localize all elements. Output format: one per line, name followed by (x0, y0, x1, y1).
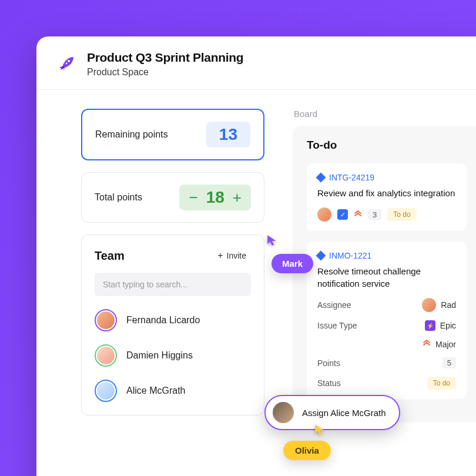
ticket-id: INTG-24219 (329, 173, 374, 182)
status-badge: To do (387, 208, 416, 221)
board-column: To-do INTG-24219 Review and fix analytic… (293, 126, 476, 423)
cursor-icon (314, 423, 327, 436)
member-name: Damien Higgins (126, 350, 193, 361)
collaborator-cursor-olivia: Olivia (283, 441, 331, 460)
issue-type-icon (316, 251, 326, 261)
team-member[interactable]: Alice McGrath (95, 380, 251, 402)
ticket-details: Assignee Rad Issue Type ⚡ Epic (317, 298, 456, 390)
team-search-input[interactable] (95, 273, 251, 296)
remaining-points-card[interactable]: Remaining points 13 (81, 109, 264, 160)
priority-icon (423, 339, 431, 349)
team-list: Fernanda Licardo Damien Higgins Alice Mc… (95, 309, 251, 402)
avatar (95, 309, 117, 331)
detail-value-type: Epic (440, 321, 456, 330)
detail-label-type: Issue Type (317, 321, 357, 330)
ticket-title: Review and fix analytics integration (317, 187, 456, 199)
team-title: Team (95, 249, 125, 263)
content-area: Remaining points 13 Total points − 18 + … (36, 90, 476, 441)
detail-label-status: Status (317, 378, 341, 388)
total-points-label: Total points (95, 192, 142, 203)
ticket-title: Resolve timeout challenge notification s… (317, 265, 456, 290)
invite-label: Invite (227, 251, 246, 260)
ticket-card[interactable]: INMO-1221 Resolve timeout challenge noti… (307, 242, 467, 399)
right-column: Board To-do INTG-24219 Review and fix an… (293, 109, 476, 423)
check-icon: ✓ (337, 209, 348, 220)
detail-value-priority: Major (435, 340, 456, 349)
points-badge: 3 (368, 209, 381, 220)
assign-avatar (273, 402, 294, 423)
avatar (95, 380, 117, 402)
assign-action-pill[interactable]: Assign Alice McGrath (264, 395, 400, 430)
rocket-icon (56, 54, 76, 74)
column-title: To-do (307, 139, 467, 152)
plus-icon: + (217, 250, 223, 261)
cursor-label: Mark (282, 259, 303, 269)
cursor-icon (266, 234, 279, 247)
total-points-card: Total points − 18 + (81, 172, 264, 223)
detail-value-assignee: Rad (441, 300, 456, 310)
left-column: Remaining points 13 Total points − 18 + … (53, 109, 264, 423)
issue-type-icon (316, 173, 326, 183)
cursor-label: Olivia (295, 445, 319, 455)
team-member[interactable]: Fernanda Licardo (95, 309, 251, 331)
assign-label: Assign Alice McGrath (302, 408, 386, 418)
status-badge: To do (427, 377, 456, 390)
page-subtitle: Product Space (87, 67, 243, 78)
total-points-value: 18 (206, 188, 224, 207)
increment-button[interactable]: + (233, 189, 242, 207)
page-header: Product Q3 Sprint Planning Product Space (36, 36, 476, 90)
avatar (95, 344, 117, 367)
assignee-avatar (317, 207, 331, 222)
svg-point-1 (66, 63, 68, 65)
ticket-id: INMO-1221 (329, 251, 371, 260)
decrement-button[interactable]: − (189, 189, 197, 207)
svg-point-0 (68, 60, 70, 62)
total-points-stepper: − 18 + (179, 185, 251, 210)
app-window: Product Q3 Sprint Planning Product Space… (36, 36, 476, 476)
member-name: Alice McGrath (126, 386, 185, 396)
board-tab[interactable]: Board (294, 109, 476, 119)
ticket-card[interactable]: INTG-24219 Review and fix analytics inte… (307, 163, 467, 231)
epic-icon: ⚡ (425, 320, 435, 331)
remaining-points-label: Remaining points (95, 129, 168, 140)
collaborator-cursor-mark: Mark (271, 254, 313, 273)
detail-label-assignee: Assignee (317, 300, 351, 310)
assignee-avatar (422, 298, 436, 312)
invite-button[interactable]: + Invite (213, 248, 251, 263)
remaining-points-value: 13 (206, 122, 250, 148)
page-title: Product Q3 Sprint Planning (87, 51, 243, 65)
member-name: Fernanda Licardo (126, 315, 200, 326)
priority-icon (354, 210, 362, 220)
team-panel: Team + Invite Fernanda Licardo Damien Hi… (81, 234, 264, 415)
points-badge: 5 (443, 357, 456, 368)
detail-label-points: Points (317, 358, 340, 368)
team-member[interactable]: Damien Higgins (95, 344, 251, 367)
